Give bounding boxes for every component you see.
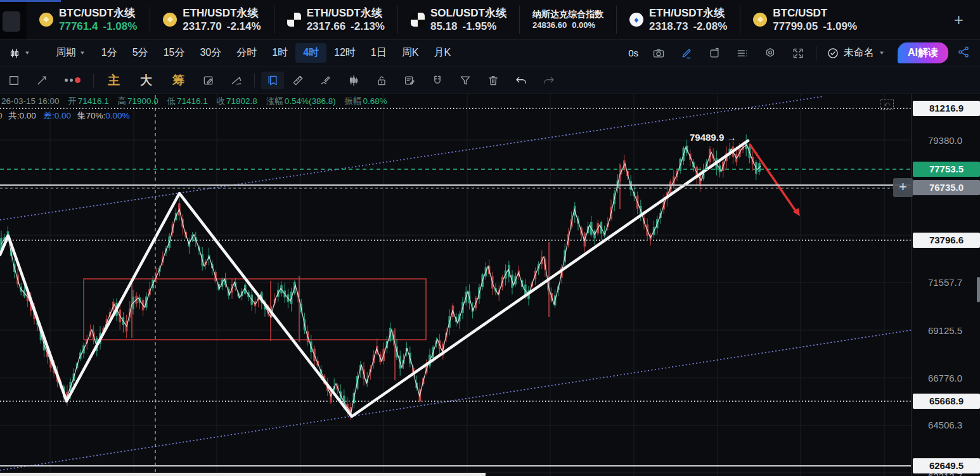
ticker-name: ETH/USDT永续 — [307, 6, 385, 20]
draw-pencil-icon[interactable] — [673, 47, 700, 60]
chart-type-selector[interactable]: ▼ — [0, 47, 39, 60]
timeframe-周K[interactable]: 周K — [394, 43, 427, 63]
lock-open-icon[interactable] — [368, 74, 396, 87]
ticker-item[interactable]: ETH/USDT永续2317.66-2.13% — [274, 6, 397, 34]
ticker-list: ❖BTC/USDT永续77761.4-1.08%❖ETH/USDT永续2317.… — [27, 0, 946, 39]
chart-area[interactable]: 26-03-15 16:00 开71416.1 高71900.0 低71416.… — [0, 94, 980, 476]
period-dropdown[interactable]: 周期 ▼ — [48, 46, 94, 60]
ticker-change: -2.14% — [227, 20, 261, 32]
main-chart-tab[interactable]: 主 — [98, 72, 130, 89]
big-chart-tab[interactable]: 大 — [130, 72, 162, 89]
timeframe-1分[interactable]: 1分 — [94, 43, 125, 63]
timeframe-15分[interactable]: 15分 — [156, 43, 193, 63]
ticker-name: 纳斯达克综合指数 — [532, 9, 603, 20]
peak-price-annotation: 79489.9 → — [690, 132, 736, 143]
ticker-change: -1.09% — [823, 20, 857, 32]
restore-view-icon[interactable]: ⤺ — [880, 99, 894, 110]
axis-label-76735.0: 76735.0 — [913, 180, 980, 195]
sidebar-sliver — [0, 0, 27, 39]
trendline-tool-icon[interactable] — [28, 74, 56, 87]
ticker-price: 85.18 — [430, 20, 458, 32]
divider — [254, 74, 255, 87]
ticker-item[interactable]: ❖ETH/USDT永续2317.70-2.14% — [150, 6, 273, 34]
ticker-change: 0.00% — [572, 20, 595, 30]
add-ticker-button[interactable]: + — [946, 10, 980, 30]
timeframe-list: 1分5分15分30分分时1时4时12时1日周K月K — [94, 39, 458, 67]
note-edit-icon[interactable] — [396, 74, 423, 87]
ticker-item[interactable]: ❖BTC/USDT77799.05-1.09% — [740, 6, 870, 34]
brush-tool-icon[interactable] — [56, 77, 89, 83]
ticker-price: 24836.60 — [532, 20, 567, 30]
ruler-icon[interactable] — [284, 74, 312, 87]
volume-readout: 0 共:0.00 差:0.00 集70%:0.00% — [0, 110, 129, 122]
ohlc-readout: 26-03-15 16:00 开71416.1 高71900.0 低71416.… — [1, 96, 387, 107]
signature-icon[interactable] — [312, 74, 340, 87]
binance-coin-icon: ❖ — [163, 13, 177, 27]
new-pane-icon[interactable] — [700, 47, 728, 60]
timeframe-1日[interactable]: 1日 — [363, 43, 394, 63]
timeframe-1时[interactable]: 1时 — [264, 43, 295, 63]
axis-label-65668.9: 65668.9 — [913, 394, 980, 409]
chevron-down-icon: ▼ — [879, 50, 885, 56]
chevron-down-icon: ▼ — [24, 50, 30, 56]
ticker-name: BTC/USDT永续 — [59, 6, 137, 20]
ticker-item[interactable]: 纳斯达克综合指数24836.600.00% — [519, 6, 616, 34]
ticker-item[interactable]: ♦ETH/USDT永续2318.73-2.08% — [616, 6, 740, 34]
timeframe-5分[interactable]: 5分 — [125, 43, 156, 63]
bookmark-icon[interactable] — [261, 72, 284, 89]
crosshair-plus-button[interactable]: + — [893, 178, 913, 197]
trading-app: ❖BTC/USDT永续77761.4-1.08%❖ETH/USDT永续2317.… — [0, 0, 980, 476]
amplitude-value: 0.68% — [363, 96, 387, 106]
ticker-item[interactable]: ❖BTC/USDT永续77761.4-1.08% — [27, 6, 150, 34]
ticker-price: 2317.70 — [183, 20, 221, 32]
candlestick-icon — [8, 47, 21, 60]
ticker-change: -1.08% — [103, 20, 137, 32]
top-edge-accent — [0, 0, 61, 2]
edit-square-icon[interactable] — [195, 74, 222, 87]
axis-label-66776.0: 66776.0 — [912, 371, 979, 386]
axis-label-73796.6: 73796.6 — [913, 233, 980, 248]
sidebar-button[interactable] — [3, 11, 20, 32]
bottom-edge-strip — [0, 473, 486, 476]
timeframe-分时[interactable]: 分时 — [229, 43, 264, 63]
axis-scrollbar[interactable] — [977, 277, 980, 302]
axis-label-64506.3: 64506.3 — [912, 418, 979, 433]
axis-label-79380.0: 79380.0 — [912, 133, 979, 148]
right-arrow-icon: → — [726, 132, 736, 143]
indicator-list-icon[interactable] — [728, 47, 756, 60]
rectangle-tool-icon[interactable] — [0, 74, 28, 87]
chips-tab[interactable]: 筹 — [162, 72, 195, 89]
ai-analysis-button[interactable]: AI解读 — [898, 42, 948, 63]
candle-pattern-icon[interactable] — [340, 74, 368, 87]
binance-coin-icon: ❖ — [753, 13, 767, 27]
share-icon[interactable] — [955, 46, 980, 61]
open-value: 71416.1 — [78, 96, 109, 106]
layout-save-dropdown[interactable]: 未命名 ▼ — [820, 46, 891, 60]
price-axis[interactable]: 81216.979380.077753.576735.073796.671557… — [911, 94, 980, 476]
ticker-name: SOL/USDT永续 — [430, 6, 506, 20]
ticker-change: -2.08% — [693, 20, 727, 32]
redo-icon[interactable] — [535, 74, 563, 87]
camera-icon[interactable] — [645, 47, 673, 60]
fullscreen-icon[interactable] — [784, 47, 812, 60]
axis-label-81216.9: 81216.9 — [913, 101, 980, 116]
settings-gear-icon[interactable] — [756, 47, 784, 60]
timeframe-30分[interactable]: 30分 — [192, 43, 229, 63]
magnet-icon[interactable] — [423, 74, 451, 87]
ticker-price: 2317.66 — [307, 20, 345, 32]
timeframe-月K[interactable]: 月K — [426, 43, 458, 63]
candle-countdown: 0s — [622, 48, 645, 58]
undo-icon[interactable] — [507, 74, 535, 87]
ticker-item[interactable]: SOL/USDT永续85.18-1.95% — [397, 6, 519, 34]
filter-funnel-icon[interactable] — [451, 74, 479, 87]
cursor-cross-icon[interactable] — [222, 74, 250, 87]
binance-coin-icon: ❖ — [39, 13, 53, 27]
ticker-change: -2.13% — [351, 20, 385, 32]
cloud-check-icon — [827, 47, 839, 60]
trash-icon[interactable] — [479, 74, 507, 87]
ticker-change: -1.95% — [463, 20, 497, 32]
axis-label-71557.7: 71557.7 — [912, 275, 979, 290]
timeframe-4时[interactable]: 4时 — [295, 43, 326, 63]
red-dot — [75, 77, 81, 83]
timeframe-12时[interactable]: 12时 — [326, 43, 363, 63]
